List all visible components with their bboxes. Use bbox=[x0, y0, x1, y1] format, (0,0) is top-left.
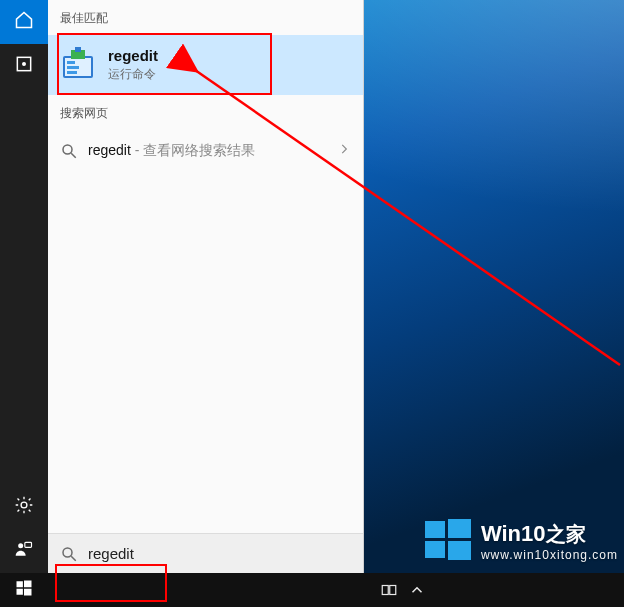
start-button[interactable] bbox=[0, 573, 48, 607]
svg-point-3 bbox=[18, 543, 23, 548]
svg-rect-20 bbox=[17, 581, 23, 587]
web-search-item[interactable]: regedit - 查看网络搜索结果 bbox=[48, 130, 363, 172]
brand-line1-a: Win10 bbox=[481, 521, 546, 546]
web-item-text: regedit - 查看网络搜索结果 bbox=[88, 142, 255, 160]
search-icon bbox=[60, 142, 78, 160]
svg-rect-21 bbox=[24, 581, 32, 588]
svg-rect-19 bbox=[448, 541, 471, 560]
svg-rect-22 bbox=[17, 589, 23, 595]
svg-rect-16 bbox=[425, 521, 445, 538]
rail-apps-button[interactable] bbox=[0, 44, 48, 88]
best-match-item[interactable]: regedit 运行命令 bbox=[48, 35, 363, 95]
brand-line2: www.win10xitong.com bbox=[481, 549, 618, 561]
gear-icon bbox=[14, 495, 34, 519]
svg-rect-18 bbox=[425, 541, 445, 558]
search-box[interactable] bbox=[48, 533, 363, 573]
svg-point-12 bbox=[63, 145, 72, 154]
search-rail bbox=[0, 0, 48, 573]
group-header-best-match: 最佳匹配 bbox=[48, 0, 363, 35]
rail-feedback-button[interactable] bbox=[0, 529, 48, 573]
watermark-brand: Win10之家 www.win10xitong.com bbox=[425, 517, 618, 567]
brand-line1-b: 之家 bbox=[546, 523, 586, 545]
svg-rect-24 bbox=[382, 586, 388, 595]
tray-up-icon[interactable] bbox=[408, 581, 426, 599]
chevron-right-icon bbox=[337, 142, 351, 160]
regedit-icon bbox=[60, 47, 96, 83]
svg-line-13 bbox=[71, 153, 76, 158]
rail-settings-button[interactable] bbox=[0, 485, 48, 529]
svg-rect-9 bbox=[67, 61, 75, 64]
apps-icon bbox=[14, 54, 34, 78]
taskview-icon[interactable] bbox=[380, 581, 398, 599]
taskbar bbox=[0, 573, 624, 607]
best-match-title: regedit bbox=[108, 47, 158, 64]
svg-rect-11 bbox=[67, 71, 77, 74]
svg-point-1 bbox=[23, 63, 26, 66]
search-icon bbox=[60, 545, 78, 563]
search-results-panel: 最佳匹配 regedit 运行命令 bbox=[48, 0, 364, 573]
home-icon bbox=[14, 10, 34, 34]
svg-rect-25 bbox=[390, 586, 396, 595]
rail-home-button[interactable] bbox=[0, 0, 48, 44]
search-input[interactable] bbox=[88, 545, 351, 562]
windows-start-icon bbox=[15, 579, 33, 601]
web-item-hint: - 查看网络搜索结果 bbox=[131, 142, 255, 158]
brand-line1: Win10之家 bbox=[481, 523, 618, 545]
svg-line-15 bbox=[71, 556, 76, 561]
svg-rect-17 bbox=[448, 519, 471, 538]
windows-logo-icon bbox=[425, 517, 471, 567]
svg-point-14 bbox=[63, 548, 72, 557]
svg-rect-8 bbox=[75, 47, 81, 52]
svg-point-2 bbox=[21, 502, 27, 508]
web-item-term: regedit bbox=[88, 142, 131, 158]
svg-rect-4 bbox=[25, 542, 32, 547]
group-header-web: 搜索网页 bbox=[48, 95, 363, 130]
svg-rect-23 bbox=[24, 589, 32, 596]
person-feedback-icon bbox=[14, 539, 34, 563]
svg-rect-10 bbox=[67, 66, 79, 69]
best-match-subtitle: 运行命令 bbox=[108, 66, 158, 83]
